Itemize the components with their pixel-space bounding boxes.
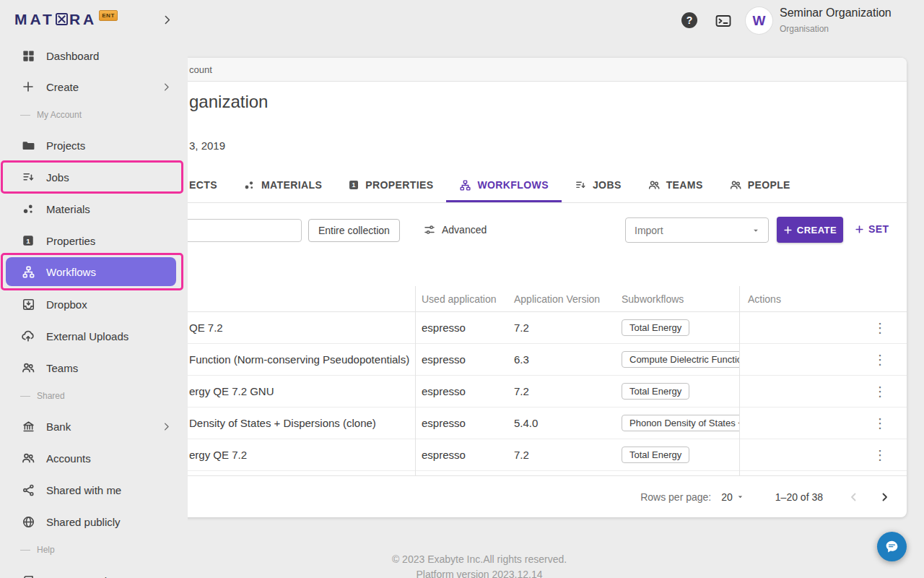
logo-text-left: MAT xyxy=(14,10,55,29)
import-select[interactable]: Import xyxy=(625,217,769,243)
sidebar-item-bank[interactable]: Bank xyxy=(0,412,188,441)
accounts-icon xyxy=(20,450,36,466)
kebab-menu-icon[interactable]: ⋮ xyxy=(872,353,888,366)
question-mark-icon: ? xyxy=(687,14,693,26)
svg-text:1: 1 xyxy=(26,237,30,245)
create-button[interactable]: CREATE xyxy=(777,217,843,243)
kebab-menu-icon[interactable]: ⋮ xyxy=(872,417,888,430)
sidebar-section-help: Help xyxy=(20,544,55,556)
tab-jobs[interactable]: JOBS xyxy=(562,168,635,202)
sidebar-section-shared: Shared xyxy=(20,390,65,402)
subworkflow-chip[interactable]: Total Energy xyxy=(622,319,689,336)
book-icon xyxy=(20,573,36,578)
rows-per-page-label: Rows per page: xyxy=(640,491,711,503)
enterprise-badge: ENT xyxy=(99,10,118,21)
sidebar-item-label: Shared publicly xyxy=(46,516,121,528)
sidebar-item-properties[interactable]: 1 Properties xyxy=(0,226,188,255)
sidebar-section-my-account: My Account xyxy=(20,109,82,121)
subworkflow-chip[interactable]: Phonon Density of States + Dispersions xyxy=(622,415,739,431)
tab-label: PEOPLE xyxy=(748,179,790,191)
sidebar-item-label: Dropbox xyxy=(46,298,87,311)
sidebar-item-accounts[interactable]: Accounts xyxy=(0,444,188,473)
used-application: espresso xyxy=(415,353,507,366)
sidebar-item-dropbox[interactable]: Dropbox xyxy=(0,290,188,319)
dashboard-icon xyxy=(20,48,36,64)
tab-label: ECTS xyxy=(189,179,217,191)
entire-collection-label: Entire collection xyxy=(318,225,390,236)
next-page-button[interactable] xyxy=(875,488,894,506)
rows-per-page-select[interactable]: 20 xyxy=(721,491,745,503)
sidebar-item-label: Shared with me xyxy=(46,484,121,496)
sidebar-item-label: Workflows xyxy=(46,266,96,278)
sidebar-item-shared-publicly[interactable]: Shared publicly xyxy=(0,507,188,536)
folder-icon xyxy=(20,137,36,153)
sidebar-item-label: Accounts xyxy=(46,452,91,465)
sidebar-item-label: Create xyxy=(46,81,79,93)
console-icon[interactable] xyxy=(713,12,733,30)
tab-projects[interactable]: ECTS xyxy=(189,168,230,202)
used-application: espresso xyxy=(415,449,507,461)
advanced-filter-button[interactable]: Advanced xyxy=(423,223,487,236)
tab-workflows[interactable]: WORKFLOWS xyxy=(446,168,561,202)
cloud-upload-icon xyxy=(20,328,36,344)
sidebar-item-projects[interactable]: Projects xyxy=(0,131,188,160)
tab-teams[interactable]: TEAMS xyxy=(635,168,716,202)
create-label: CREATE xyxy=(797,225,837,236)
chevron-right-icon xyxy=(161,421,172,432)
table-column-divider xyxy=(739,286,740,475)
entire-collection-button[interactable]: Entire collection xyxy=(308,219,400,242)
org-date: 3, 2019 xyxy=(189,139,225,152)
kebab-menu-icon[interactable]: ⋮ xyxy=(872,322,888,335)
breadcrumb-text: count xyxy=(189,64,212,75)
sidebar-item-shared-with-me[interactable]: Shared with me xyxy=(0,475,188,504)
set-button[interactable]: SET xyxy=(855,223,889,235)
sidebar-collapse-icon[interactable] xyxy=(161,14,173,26)
workflows-icon xyxy=(20,264,36,280)
sidebar-item-create[interactable]: Create xyxy=(0,72,188,101)
sidebar-item-label: Documentation xyxy=(46,575,119,578)
avatar[interactable]: W xyxy=(746,7,772,34)
tab-label: MATERIALS xyxy=(261,179,322,191)
org-name: Seminar Organization xyxy=(780,7,892,20)
sidebar-item-workflows[interactable]: Workflows xyxy=(6,257,176,286)
app-window: count ganization 3, 2019 ECTS MATERIALS … xyxy=(0,0,924,578)
plus-icon xyxy=(855,225,864,234)
sidebar-item-dashboard[interactable]: Dashboard xyxy=(0,41,188,70)
properties-icon: 1 xyxy=(348,179,359,191)
previous-page-button[interactable] xyxy=(845,488,863,506)
subworkflow-chip[interactable]: Total Energy xyxy=(622,383,689,400)
col-subworkflows: Subworkflows xyxy=(615,293,739,305)
kebab-menu-icon[interactable]: ⋮ xyxy=(872,449,888,462)
chat-launcher-button[interactable] xyxy=(877,532,907,561)
logo[interactable]: MAT RA ENT xyxy=(14,10,118,29)
tab-materials[interactable]: MATERIALS xyxy=(230,168,335,202)
subworkflow-chip[interactable]: Total Energy xyxy=(622,447,689,463)
sidebar-item-label: Bank xyxy=(46,420,71,433)
kebab-menu-icon[interactable]: ⋮ xyxy=(872,385,888,398)
org-subtitle: Organisation xyxy=(780,24,829,34)
rows-per-page-value: 20 xyxy=(721,491,733,503)
sidebar-item-label: Dashboard xyxy=(46,50,99,62)
sidebar-item-external-uploads[interactable]: External Uploads xyxy=(0,322,188,350)
used-application: espresso xyxy=(415,417,507,429)
help-button[interactable]: ? xyxy=(681,12,697,28)
subworkflow-chip[interactable]: Compute Dielectric Function xyxy=(622,351,739,368)
used-application: espresso xyxy=(415,385,507,397)
materials-icon xyxy=(243,179,256,191)
sidebar-item-materials[interactable]: Materials xyxy=(0,194,188,223)
set-label: SET xyxy=(868,223,889,235)
materials-icon xyxy=(20,201,36,217)
application-version: 6.3 xyxy=(507,353,615,366)
teams-icon xyxy=(20,360,36,376)
globe-icon xyxy=(20,514,36,530)
sidebar-item-label: Projects xyxy=(46,139,85,152)
sidebar-item-documentation[interactable]: Documentation xyxy=(0,566,188,578)
sidebar-item-jobs[interactable]: Jobs xyxy=(0,163,188,191)
pagination-range: 1–20 of 38 xyxy=(775,491,823,503)
sidebar-item-label: Properties xyxy=(46,235,95,247)
tab-people[interactable]: PEOPLE xyxy=(716,168,803,202)
sidebar-item-teams[interactable]: Teams xyxy=(0,353,188,382)
tab-properties[interactable]: 1 PROPERTIES xyxy=(335,168,446,202)
sidebar: MAT RA ENT Dashboard Create xyxy=(0,0,188,578)
properties-icon: 1 xyxy=(20,233,36,249)
